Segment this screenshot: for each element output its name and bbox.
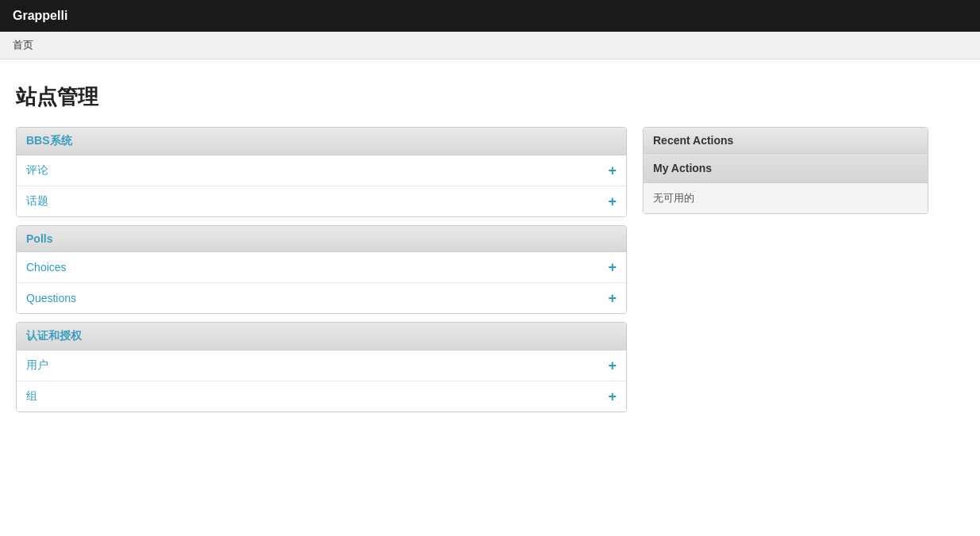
row-label-users[interactable]: 用户 (26, 358, 48, 373)
module-bbs-header: BBS系统 (17, 128, 626, 155)
top-bar: Grappelli (0, 0, 980, 32)
row-add-choices[interactable]: + (608, 260, 617, 274)
row-label-choices[interactable]: Choices (26, 261, 67, 274)
app-title: Grappelli (13, 9, 67, 23)
row-add-topics[interactable]: + (608, 194, 617, 209)
row-add-users[interactable]: + (608, 358, 617, 373)
page-title: 站点管理 (16, 83, 964, 111)
row-label-questions[interactable]: Questions (26, 292, 76, 304)
module-row-users[interactable]: 用户 + (17, 350, 626, 381)
row-add-questions[interactable]: + (608, 291, 617, 305)
row-add-comments[interactable]: + (608, 163, 617, 178)
row-add-groups[interactable]: + (608, 389, 617, 404)
my-actions-row: My Actions (644, 154, 928, 183)
module-row-groups[interactable]: 组 + (17, 381, 626, 412)
module-row-comments[interactable]: 评论 + (17, 155, 626, 186)
module-bbs: BBS系统 评论 + 话题 + (16, 127, 627, 217)
module-auth-header: 认证和授权 (17, 323, 626, 350)
module-row-questions[interactable]: Questions + (17, 283, 626, 313)
recent-actions-block: Recent Actions My Actions 无可用的 (643, 127, 928, 214)
module-auth: 认证和授权 用户 + 组 + (16, 322, 627, 412)
content-layout: BBS系统 评论 + 话题 + Polls Choices + (16, 127, 964, 412)
left-column: BBS系统 评论 + 话题 + Polls Choices + (16, 127, 627, 412)
no-actions-row: 无可用的 (644, 183, 928, 213)
breadcrumb-bar: 首页 (0, 32, 980, 59)
module-row-topics[interactable]: 话题 + (17, 186, 626, 216)
row-label-topics[interactable]: 话题 (26, 194, 48, 209)
breadcrumb-home[interactable]: 首页 (13, 39, 33, 51)
recent-actions-header: Recent Actions (644, 128, 928, 154)
right-column: Recent Actions My Actions 无可用的 (643, 127, 928, 214)
main-content: 站点管理 BBS系统 评论 + 话题 + Poll (0, 59, 980, 428)
row-label-groups[interactable]: 组 (26, 389, 37, 404)
module-polls: Polls Choices + Questions + (16, 225, 627, 314)
module-row-choices[interactable]: Choices + (17, 252, 626, 283)
row-label-comments[interactable]: 评论 (26, 163, 48, 178)
module-polls-header: Polls (17, 226, 626, 252)
